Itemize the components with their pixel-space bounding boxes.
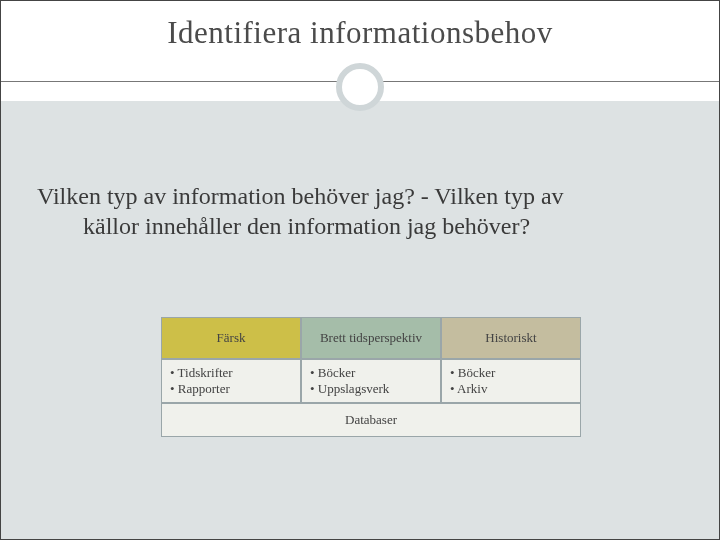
- header-farsk: Färsk: [161, 317, 301, 359]
- header-brett: Brett tidsperspektiv: [301, 317, 441, 359]
- table-header-row: Färsk Brett tidsperspektiv Historiskt: [161, 317, 581, 359]
- cell-historiskt: • Böcker • Arkiv: [441, 359, 581, 403]
- footer-databaser: Databaser: [161, 403, 581, 437]
- cell-item: • Böcker: [450, 365, 580, 381]
- content-background: Vilken typ av information behöver jag? -…: [1, 101, 719, 539]
- question-line-2: källor innehåller den information jag be…: [37, 211, 683, 241]
- question-text: Vilken typ av information behöver jag? -…: [1, 101, 719, 241]
- cell-item: • Arkiv: [450, 381, 580, 397]
- question-line-1: Vilken typ av information behöver jag? -…: [37, 183, 564, 209]
- sources-table: Färsk Brett tidsperspektiv Historiskt • …: [161, 317, 581, 437]
- cell-brett: • Böcker • Uppslagsverk: [301, 359, 441, 403]
- slide: Identifiera informationsbehov Vilken typ…: [0, 0, 720, 540]
- title-area: Identifiera informationsbehov: [1, 1, 719, 57]
- slide-title: Identifiera informationsbehov: [167, 15, 553, 50]
- circle-ornament: [336, 63, 384, 111]
- cell-item: • Tidskrifter: [170, 365, 300, 381]
- table-footer-row: Databaser: [161, 403, 581, 437]
- cell-farsk: • Tidskrifter • Rapporter: [161, 359, 301, 403]
- cell-item: • Böcker: [310, 365, 440, 381]
- header-historiskt: Historiskt: [441, 317, 581, 359]
- cell-item: • Uppslagsverk: [310, 381, 440, 397]
- cell-item: • Rapporter: [170, 381, 300, 397]
- table-body-row: • Tidskrifter • Rapporter • Böcker • Upp…: [161, 359, 581, 403]
